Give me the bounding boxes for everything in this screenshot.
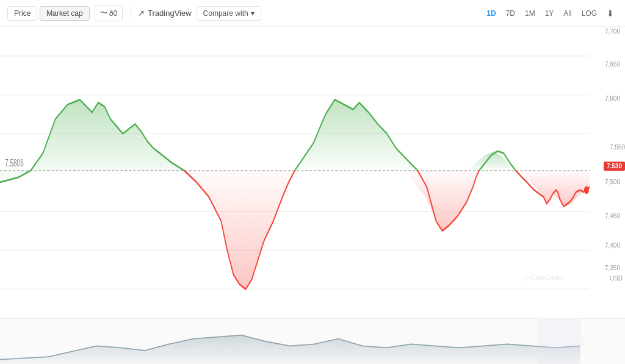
green-area-2 — [295, 100, 417, 171]
ref-price-text: 7.5806 — [5, 158, 24, 169]
toolbar: Price Market cap 〜 ð0 ↗ TradingView Comp… — [0, 0, 625, 27]
watermark-text: ⬡ CoinGecko — [523, 274, 564, 282]
y-axis: 7,700 7,650 7,600 7,550 7.530 7,500 7,45… — [590, 27, 625, 318]
active-price-badge: 7.530 — [604, 162, 625, 171]
currency-label: USD — [610, 275, 623, 282]
mini-chart-container: Sep 2021 May Sep 2022 May Sep 2023 May S… — [0, 318, 625, 364]
mini-chart-area — [0, 335, 580, 364]
trading-view-label: TradingView — [148, 9, 192, 18]
watermark: ⬡ CoinGecko — [523, 274, 564, 282]
view-toggle-group: Price Market cap — [7, 6, 90, 21]
chart-line-icon: 〜 — [100, 8, 107, 18]
red-area-2 — [405, 171, 479, 231]
price-chart-svg: 7.5806 — [0, 27, 590, 318]
time-period-group: 1D 7D 1M 1Y All LOG ⬇ — [483, 6, 618, 21]
y-label-7500: 7,500 — [605, 179, 623, 185]
y-label-7400: 7,400 — [605, 242, 623, 249]
value-label: ð0 — [109, 9, 117, 18]
trading-view-button[interactable]: ↗ TradingView — [138, 9, 192, 18]
y-label-7700: 7,700 — [605, 28, 623, 35]
y-axis-mini-placeholder — [590, 319, 625, 364]
green-area-3 — [467, 151, 513, 171]
mini-chart: Sep 2021 May Sep 2022 May Sep 2023 May S… — [0, 319, 580, 364]
mini-chart-selection — [538, 319, 580, 364]
y-label-7600: 7,600 — [605, 95, 623, 102]
download-button[interactable]: ⬇ — [603, 6, 618, 21]
log-button[interactable]: LOG — [578, 7, 601, 20]
period-1d[interactable]: 1D — [483, 7, 499, 20]
period-1m[interactable]: 1M — [521, 7, 539, 20]
mini-scrollbar[interactable]: ⋮⋮ — [580, 319, 590, 364]
period-1y[interactable]: 1Y — [541, 7, 558, 20]
price-dot — [584, 186, 589, 194]
period-7d[interactable]: 7D — [502, 7, 519, 20]
compare-button[interactable]: Compare with ▾ — [197, 6, 261, 21]
main-chart-area: 7.5806 — [0, 27, 625, 318]
compare-label: Compare with — [203, 9, 248, 18]
mini-chart-svg — [0, 319, 580, 364]
y-label-7450: 7,450 — [605, 213, 623, 219]
y-label-7550: 7,550 — [610, 144, 625, 151]
chevron-down-icon: ▾ — [251, 9, 255, 18]
download-icon: ⬇ — [607, 9, 614, 18]
toolbar-divider-1 — [130, 7, 131, 20]
market-cap-button[interactable]: Market cap — [40, 6, 89, 21]
svg-rect-0 — [0, 27, 590, 318]
y-label-7350: 7,350 — [605, 265, 623, 271]
period-all[interactable]: All — [560, 7, 575, 20]
y-label-7650: 7,650 — [605, 61, 623, 68]
chart-icon: ↗ — [138, 9, 145, 18]
price-button[interactable]: Price — [7, 6, 37, 21]
chart-type-button[interactable]: 〜 ð0 — [95, 5, 123, 21]
chart-container: Price Market cap 〜 ð0 ↗ TradingView Comp… — [0, 0, 625, 364]
